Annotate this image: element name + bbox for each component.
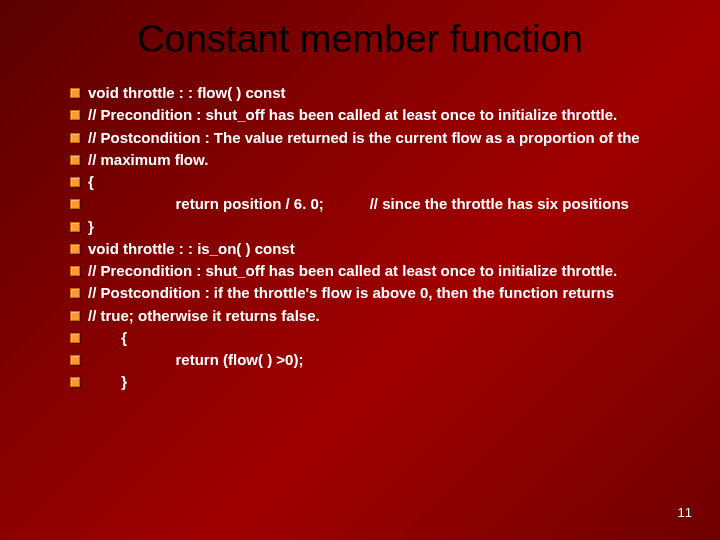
list-item: void throttle : : flow( ) const [70, 83, 690, 103]
line-text: { [88, 328, 690, 348]
bullet-icon [70, 110, 80, 120]
list-item: } [70, 372, 690, 392]
list-item: void throttle : : is_on( ) const [70, 239, 690, 259]
list-item: } [70, 217, 690, 237]
line-text: void throttle : : flow( ) const [88, 83, 690, 103]
page-number: 11 [678, 505, 692, 520]
list-item: // Postcondition : if the throttle's flo… [70, 283, 690, 303]
slide-body: void throttle : : flow( ) const // Preco… [0, 83, 720, 393]
slide-title: Constant member function [0, 0, 720, 83]
list-item: { [70, 172, 690, 192]
line-text: // Postcondition : The value returned is… [88, 128, 690, 148]
line-text: // true; otherwise it returns false. [88, 306, 690, 326]
list-item: // Postcondition : The value returned is… [70, 128, 690, 148]
bullet-icon [70, 177, 80, 187]
list-item: // maximum flow. [70, 150, 690, 170]
list-item: { [70, 328, 690, 348]
line-text: { [88, 172, 690, 192]
bullet-icon [70, 88, 80, 98]
list-item: // Precondition : shut_off has been call… [70, 105, 690, 125]
list-item: return position / 6. 0; // since the thr… [70, 194, 690, 214]
bullet-icon [70, 244, 80, 254]
line-text: return position / 6. 0; // since the thr… [88, 194, 690, 214]
line-text: } [88, 372, 690, 392]
line-text: void throttle : : is_on( ) const [88, 239, 690, 259]
line-text: // maximum flow. [88, 150, 690, 170]
bullet-icon [70, 288, 80, 298]
bullet-icon [70, 155, 80, 165]
bullet-icon [70, 222, 80, 232]
list-item: // Precondition : shut_off has been call… [70, 261, 690, 281]
bullet-icon [70, 266, 80, 276]
bullet-icon [70, 311, 80, 321]
bullet-icon [70, 199, 80, 209]
line-text: // Postcondition : if the throttle's flo… [88, 283, 690, 303]
list-item: return (flow( ) >0); [70, 350, 690, 370]
bullet-icon [70, 377, 80, 387]
line-text: return (flow( ) >0); [88, 350, 690, 370]
bullet-icon [70, 133, 80, 143]
list-item: // true; otherwise it returns false. [70, 306, 690, 326]
bullet-icon [70, 333, 80, 343]
line-text: // Precondition : shut_off has been call… [88, 261, 690, 281]
bullet-icon [70, 355, 80, 365]
line-text: } [88, 217, 690, 237]
line-text: // Precondition : shut_off has been call… [88, 105, 690, 125]
